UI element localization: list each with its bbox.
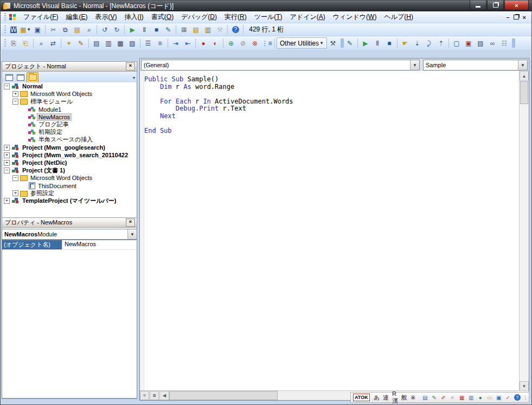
atok-options-grip-icon[interactable]: ⋮ bbox=[523, 396, 528, 399]
atok-mode-4[interactable]: ※ bbox=[409, 394, 417, 401]
property-row[interactable]: (オブジェクト名)NewMacros bbox=[2, 240, 137, 250]
edit-page-button[interactable]: ✎ bbox=[75, 38, 87, 48]
menu-run[interactable]: 実行(R) bbox=[221, 11, 251, 23]
atok-mode-0[interactable]: あ bbox=[372, 394, 381, 402]
tree-expander-icon[interactable]: + bbox=[4, 145, 10, 151]
chevron-down-icon[interactable]: ▼ bbox=[410, 60, 419, 70]
comment-block-button[interactable]: ⊕ bbox=[225, 38, 237, 48]
properties-panel-header[interactable]: プロパティ - NewMacros × bbox=[2, 217, 137, 228]
immediate-window-button[interactable]: ▣ bbox=[463, 38, 475, 48]
project-toolbar-overflow-icon[interactable]: ▾ bbox=[133, 75, 135, 80]
number-list-button[interactable]: ≡ bbox=[154, 38, 166, 48]
call-stack-button[interactable]: ☷ bbox=[498, 38, 510, 48]
full-module-view-button[interactable]: ≣ bbox=[150, 391, 159, 400]
tree-expander-icon[interactable]: + bbox=[12, 190, 18, 196]
vscroll-thumb[interactable] bbox=[520, 81, 528, 104]
scroll-left-icon[interactable]: ◀ bbox=[159, 391, 169, 400]
toggle-folders-button[interactable] bbox=[27, 72, 39, 83]
atok-pen-button[interactable]: ✎ bbox=[430, 394, 439, 402]
chevron-down-icon[interactable]: ▼ bbox=[27, 28, 31, 32]
help-button[interactable]: ? bbox=[229, 24, 241, 35]
cut-button[interactable]: ✂ bbox=[47, 24, 59, 35]
code-line[interactable]: Next bbox=[144, 113, 293, 120]
tree-expander-icon[interactable]: − bbox=[12, 175, 18, 181]
menu-addins[interactable]: アドイン(A) bbox=[286, 11, 329, 23]
tree-expander-icon[interactable]: + bbox=[4, 198, 10, 204]
atok-help-button[interactable]: ? bbox=[512, 394, 522, 402]
menu-window[interactable]: ウィンドウ(W) bbox=[329, 11, 381, 23]
tree-item-proj-netdic[interactable]: +Project (NetDic) bbox=[2, 159, 137, 166]
restore-button[interactable] bbox=[487, 1, 504, 10]
view-code-button[interactable]: ⎘ bbox=[8, 38, 20, 48]
tree-expander-icon[interactable]: + bbox=[12, 91, 18, 97]
code-hscroll-thumb[interactable] bbox=[169, 391, 278, 400]
toolbar1-grip[interactable] bbox=[4, 25, 6, 34]
wizard-button[interactable]: ✦ bbox=[63, 38, 75, 48]
find-next-button[interactable]: ⌕ bbox=[35, 38, 47, 48]
code-line[interactable]: For Each r In ActiveDocument.Words bbox=[144, 98, 293, 106]
menu-format[interactable]: 書式(O) bbox=[148, 11, 177, 23]
save-button[interactable]: ▣ bbox=[31, 24, 43, 35]
menu-file[interactable]: ファイル(F) bbox=[20, 11, 62, 23]
tree-expander-icon[interactable]: + bbox=[4, 152, 10, 158]
tools-hammer-button[interactable]: ⚒ bbox=[327, 38, 339, 48]
code-line[interactable] bbox=[144, 120, 293, 127]
menu-help[interactable]: ヘルプ(H) bbox=[380, 11, 417, 23]
tree-item-proj-bunsho1[interactable]: −Project (文書 1) bbox=[2, 166, 137, 174]
break-button[interactable]: Ⅱ bbox=[138, 24, 150, 35]
reset-button[interactable]: ■ bbox=[150, 24, 162, 35]
scroll-up-icon[interactable]: ▲ bbox=[520, 71, 529, 81]
atok-check-button[interactable]: ✓ bbox=[503, 394, 512, 402]
tree-item-newmacros[interactable]: NewMacros bbox=[2, 113, 137, 120]
tree-item-hankaku-space-insert[interactable]: 半角スペースの挿入 bbox=[2, 136, 137, 144]
outdent-button[interactable]: ⇤ bbox=[182, 38, 194, 48]
menu-debug[interactable]: デバッグ(D) bbox=[177, 11, 221, 23]
step-over-button[interactable]: ⤸ bbox=[423, 38, 435, 48]
locals-window-button[interactable]: ▢ bbox=[451, 38, 463, 48]
tree-expander-icon[interactable]: − bbox=[4, 83, 10, 89]
tree-item-thisdocument[interactable]: ThisDocument bbox=[2, 182, 137, 189]
toolbox-button[interactable]: ⚒ bbox=[214, 24, 226, 35]
atok-bar-button[interactable]: ▭ bbox=[485, 394, 494, 402]
procedure-dropdown[interactable]: Sample ▼ bbox=[423, 60, 528, 70]
run-macro-button[interactable]: ▶ bbox=[126, 24, 138, 35]
tree-expander-icon[interactable]: − bbox=[12, 99, 18, 105]
properties-window-button[interactable]: ▤ bbox=[190, 24, 202, 35]
uncomment-block-button[interactable]: ⊘ bbox=[237, 38, 249, 48]
menu-edit[interactable]: 編集(E) bbox=[62, 11, 91, 23]
scroll-down-icon[interactable]: ▼ bbox=[520, 381, 529, 391]
property-value[interactable]: NewMacros bbox=[62, 240, 98, 249]
code-editor[interactable]: Public Sub Sample() Dim r As word.Range … bbox=[140, 71, 520, 391]
mdi-close-button[interactable]: × bbox=[523, 15, 526, 20]
replace-button[interactable]: ⇄ bbox=[47, 38, 59, 48]
menu-tools[interactable]: ツール(T) bbox=[251, 11, 286, 23]
quick-watch-button[interactable]: ∞ bbox=[486, 38, 498, 48]
view-object-button-small[interactable] bbox=[15, 73, 26, 82]
view-code-button-small[interactable] bbox=[4, 73, 15, 82]
tree-expander-icon[interactable]: + bbox=[4, 160, 10, 166]
atok-mode-2[interactable]: R漢 bbox=[390, 390, 400, 405]
menu-view[interactable]: 表示(V) bbox=[91, 11, 120, 23]
stop-button-2[interactable]: ■ bbox=[383, 38, 395, 48]
tree-item-initial-settings[interactable]: 初期設定 bbox=[2, 128, 137, 136]
list-properties-button[interactable]: ▤ bbox=[91, 38, 102, 48]
clear-breakpoints-button[interactable]: ⊗ bbox=[249, 38, 261, 48]
code-vscrollbar[interactable]: ▲ ▼ bbox=[519, 71, 529, 391]
atok-brand-badge[interactable]: ATOK bbox=[353, 394, 370, 401]
minimize-button[interactable] bbox=[470, 1, 486, 10]
properties-object-select[interactable]: NewMacros Module ▼ bbox=[2, 229, 137, 240]
atok-mode-3[interactable]: 般 bbox=[400, 394, 409, 402]
bullet-list-button[interactable]: ☰ bbox=[142, 38, 154, 48]
breakpoint-hand-button[interactable]: ☛ bbox=[399, 38, 411, 48]
toggle-breakpoint-button[interactable]: ● bbox=[197, 38, 209, 48]
indent-button[interactable]: ⇥ bbox=[170, 38, 182, 48]
chevron-down-icon[interactable]: ▼ bbox=[518, 60, 527, 70]
atok-dict-button[interactable]: ▦ bbox=[457, 394, 466, 402]
menu-grip[interactable] bbox=[4, 13, 6, 21]
atok-grid-button[interactable]: ▣ bbox=[494, 394, 503, 402]
pause-button-2[interactable]: Ⅱ bbox=[371, 38, 383, 48]
code-line[interactable]: End Sub bbox=[144, 127, 293, 135]
toolbar-end-grip[interactable] bbox=[512, 38, 515, 48]
mdi-restore-button[interactable] bbox=[514, 15, 519, 20]
watch-window-button[interactable]: ▤ bbox=[475, 38, 486, 48]
